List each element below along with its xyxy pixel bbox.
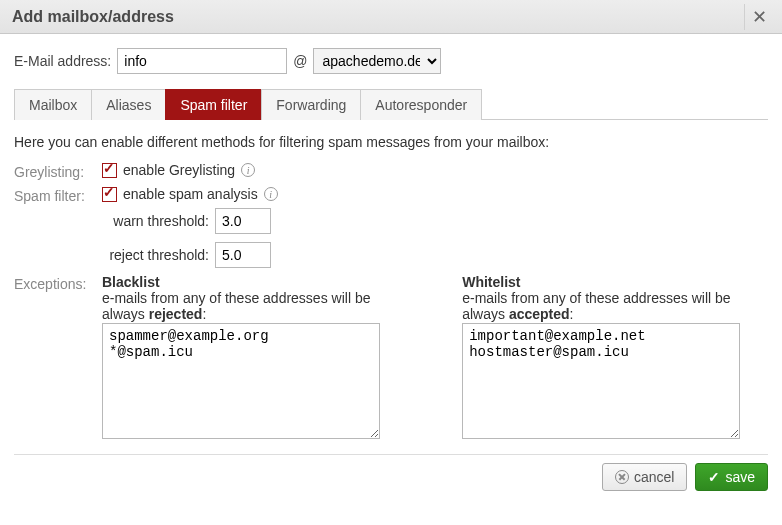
email-label: E-Mail address: [14,53,111,69]
tab-spam-filter[interactable]: Spam filter [165,89,262,120]
email-at: @ [293,53,307,69]
greylisting-checkbox-label: enable Greylisting [123,162,235,178]
blacklist-column: Blacklist e-mails from any of these addr… [102,274,402,442]
info-icon[interactable]: i [264,187,278,201]
tab-aliases[interactable]: Aliases [91,89,166,120]
cancel-button[interactable]: cancel [602,463,687,491]
save-button-label: save [725,469,755,485]
tab-bar: Mailbox Aliases Spam filter Forwarding A… [14,88,768,120]
spamfilter-checkbox[interactable] [102,187,117,202]
greylisting-checkbox[interactable] [102,163,117,178]
blacklist-title: Blacklist [102,274,402,290]
cancel-button-label: cancel [634,469,674,485]
blacklist-desc: e-mails from any of these addresses will… [102,290,402,322]
check-icon: ✓ [708,469,720,485]
spamfilter-checkbox-label: enable spam analysis [123,186,258,202]
whitelist-textarea[interactable] [462,323,740,439]
reject-threshold-input[interactable] [215,242,271,268]
blacklist-textarea[interactable] [102,323,380,439]
tab-mailbox[interactable]: Mailbox [14,89,92,120]
email-domain-select[interactable]: apachedemo.de [313,48,441,74]
whitelist-desc: e-mails from any of these addresses will… [462,290,768,322]
dialog-title: Add mailbox/address [12,8,744,26]
reject-threshold-label: reject threshold: [102,247,215,263]
whitelist-column: Whitelist e-mails from any of these addr… [462,274,768,442]
close-button[interactable]: ✕ [744,4,774,30]
spam-intro: Here you can enable different methods fo… [14,134,768,150]
email-row: E-Mail address: @ apachedemo.de [14,48,768,74]
info-icon[interactable]: i [241,163,255,177]
whitelist-title: Whitelist [462,274,768,290]
greylisting-label: Greylisting: [14,162,94,180]
exceptions-label: Exceptions: [14,274,94,292]
divider [14,454,768,455]
close-icon: ✕ [752,6,767,28]
cancel-icon [615,470,629,484]
tab-forwarding[interactable]: Forwarding [261,89,361,120]
dialog-titlebar: Add mailbox/address ✕ [0,0,782,34]
warn-threshold-input[interactable] [215,208,271,234]
spamfilter-label: Spam filter: [14,186,94,204]
save-button[interactable]: ✓ save [695,463,768,491]
tab-autoresponder[interactable]: Autoresponder [360,89,482,120]
warn-threshold-label: warn threshold: [102,213,215,229]
email-localpart-input[interactable] [117,48,287,74]
